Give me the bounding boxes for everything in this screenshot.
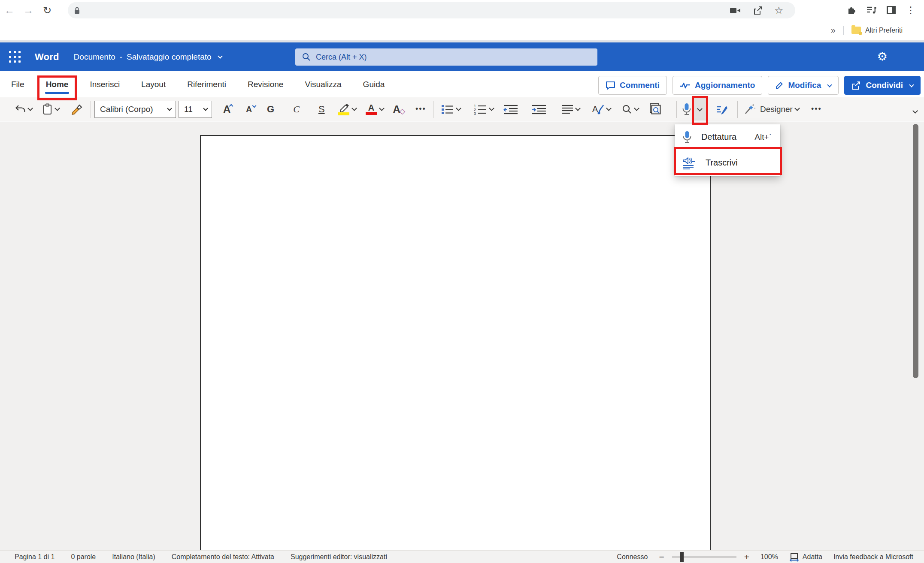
navigation-pane-icon[interactable] [650,103,663,115]
browser-chrome: ← → ↻ ☆ ⋮ [0,0,924,40]
menu-item-trascrivi[interactable]: Trascrivi [675,150,780,176]
menu-item-label: Dettatura [701,132,736,142]
decrease-indent-button[interactable] [503,104,518,114]
tab-file[interactable]: File [10,71,25,97]
font-size-select[interactable]: 11 [179,101,212,118]
shrink-font-button[interactable]: A [246,105,256,113]
alignment-button[interactable] [561,105,580,114]
browser-back-icon[interactable]: ← [0,4,19,16]
menu-item-label: Trascrivi [706,158,738,168]
word-count[interactable]: 0 parole [71,553,96,561]
comments-button[interactable]: Commenti [598,76,667,95]
editor-suggestions-status[interactable]: Suggerimenti editor: visualizzati [291,553,387,561]
numbered-list-button[interactable]: 1 2 3 [473,104,494,115]
app-launcher-icon[interactable] [9,51,21,63]
toolbar-more-options-icon[interactable]: ••• [811,105,822,114]
title-chevron-down-icon[interactable] [218,54,222,58]
dictate-button[interactable] [682,103,691,116]
dictation-dropdown-button[interactable]: Dettatura Alt+` Trascrivi [694,98,706,120]
browser-menu-kebab-icon[interactable]: ⋮ [903,5,919,16]
paste-button[interactable] [42,103,59,115]
extensions-puzzle-icon[interactable] [843,6,860,15]
zoom-out-button[interactable]: − [659,552,664,562]
format-painter-icon[interactable] [71,104,83,115]
bookmark-star-icon[interactable]: ☆ [774,6,783,15]
toolbar-divider [737,101,738,118]
styles-button[interactable]: A [591,103,611,115]
connection-status: Connesso [617,553,648,561]
styles-chevron-icon[interactable] [606,105,612,111]
settings-gear-icon[interactable]: ⚙ [877,49,888,64]
editor-button[interactable] [716,103,728,115]
undo-chevron-down-icon[interactable] [27,105,33,111]
font-name-select[interactable]: Calibri (Corpo) [94,101,176,118]
tab-home[interactable]: Home [45,71,70,97]
menu-item-dettatura[interactable]: Dettatura Alt+` [675,124,780,150]
document-title-bar[interactable]: Documento - Salvataggio completato [74,52,222,62]
bullet-list-chevron-icon[interactable] [456,105,461,111]
designer-button[interactable]: Designer [744,103,799,115]
share-button[interactable]: Condividi [844,76,921,95]
svg-text:A: A [592,104,598,114]
numbered-list-chevron-icon[interactable] [489,105,494,111]
tab-riferimenti[interactable]: Riferimenti [186,71,227,97]
zoom-level[interactable]: 100% [760,553,778,561]
grow-font-button[interactable]: A [223,105,234,113]
shrink-font-caret-icon [252,104,257,108]
home-toolbar: Calibri (Corpo) 11 A A G C S A A ◇ ••• [0,97,924,121]
find-button[interactable] [622,104,639,114]
menu-item-shortcut: Alt+` [754,132,772,142]
toolbar-divider [586,101,586,118]
undo-button[interactable] [15,104,32,114]
tab-guida[interactable]: Guida [362,71,386,97]
page-count[interactable]: Pagina 1 di 1 [15,553,55,561]
bookmarks-overflow-chevrons[interactable]: » [823,25,843,35]
search-input[interactable] [316,53,556,62]
increase-indent-button[interactable] [531,104,547,114]
tab-revisione[interactable]: Revisione [247,71,284,97]
alignment-chevron-icon[interactable] [575,105,581,111]
feedback-link[interactable]: Invia feedback a Microsoft [833,553,913,561]
other-bookmarks-label[interactable]: Altri Preferiti [865,27,903,34]
bold-button[interactable]: G [267,104,274,115]
media-controls-icon[interactable] [863,6,879,14]
camera-icon[interactable] [730,7,741,14]
address-bar[interactable]: ☆ [68,2,795,18]
find-chevron-icon[interactable] [634,105,639,111]
updates-button[interactable]: Aggiornamento [673,76,762,95]
clear-formatting-button[interactable]: A ◇ [393,102,405,116]
share-page-icon[interactable] [753,6,762,15]
vertical-scrollbar[interactable] [913,124,918,378]
document-title[interactable]: Documento [74,52,115,62]
font-color-red-bar [366,112,377,115]
tab-layout[interactable]: Layout [140,71,167,97]
browser-forward-icon[interactable]: → [19,4,38,16]
svg-text:3: 3 [474,111,476,115]
edit-mode-button[interactable]: Modifica [768,76,839,95]
side-panel-icon[interactable] [883,6,899,14]
search-box[interactable] [295,48,597,66]
document-page[interactable] [200,135,711,550]
dictation-chevron-down-icon [697,106,703,111]
font-color-button[interactable]: A [366,104,384,115]
font-more-options-icon[interactable]: ••• [415,105,426,114]
browser-reload-icon[interactable]: ↻ [38,4,57,16]
language-status[interactable]: Italiano (Italia) [112,553,155,561]
fit-to-page-button[interactable]: Adatta [789,553,822,562]
highlight-chevron-down-icon[interactable] [351,105,357,111]
zoom-slider[interactable] [672,557,736,557]
text-completion-status[interactable]: Completamento del testo: Attivata [172,553,274,561]
font-size-chevron-icon [203,106,208,111]
status-bar-right: Connesso − + 100% Adatta Invia feedback … [617,551,913,563]
tab-visualizza[interactable]: Visualizza [304,71,342,97]
tab-inserisci[interactable]: Inserisci [89,71,121,97]
paste-chevron-down-icon[interactable] [55,105,60,111]
bullet-list-button[interactable] [441,104,460,114]
underline-button[interactable]: S [318,104,325,115]
zoom-slider-thumb[interactable] [680,552,684,562]
share-chevron-down-icon [909,82,914,87]
italic-button[interactable]: C [293,104,300,115]
font-color-chevron-down-icon[interactable] [379,105,385,111]
highlight-color-button[interactable] [338,103,356,115]
zoom-in-button[interactable]: + [744,552,749,562]
